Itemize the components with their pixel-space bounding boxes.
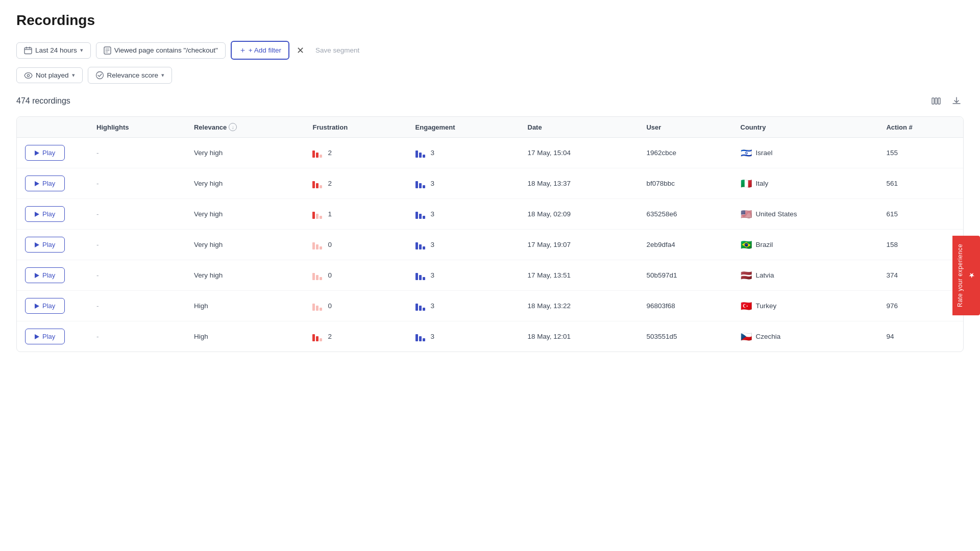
date-cell: 17 May, 13:51 [520, 260, 639, 291]
play-icon [35, 273, 39, 278]
table-row: Play - High 2 3 18 May, 12:01 503551d5 🇨… [17, 321, 963, 352]
date-cell: 18 May, 02:09 [520, 199, 639, 230]
play-cell: Play [17, 230, 88, 260]
time-range-filter[interactable]: Last 24 hours ▾ [16, 42, 91, 59]
play-label: Play [42, 149, 55, 157]
columns-button[interactable] [929, 94, 943, 108]
play-label: Play [42, 180, 55, 187]
country-cell: 🇺🇸 United States [732, 199, 878, 230]
user-cell: 1962cbce [638, 138, 732, 168]
flag-icon: 🇧🇷 [741, 240, 752, 249]
flag-icon: 🇨🇿 [741, 332, 752, 341]
play-cell: Play [17, 138, 88, 168]
svg-rect-8 [938, 98, 940, 104]
save-segment-label: Save segment [315, 46, 359, 54]
table-body: Play - Very high 2 3 17 May, 15:04 1962c… [17, 138, 963, 352]
country-name: Latvia [756, 271, 774, 279]
action-cell: 158 [878, 230, 963, 260]
page-container: Recordings Last 24 hours ▾ Viewed page c… [0, 0, 980, 364]
country-name: Brazil [756, 241, 773, 248]
play-icon [35, 212, 39, 217]
viewed-page-label: Viewed page contains "/checkout" [114, 46, 218, 54]
date-cell: 18 May, 12:01 [520, 321, 639, 352]
play-button[interactable]: Play [25, 176, 65, 191]
country-name: Turkey [756, 302, 777, 310]
th-play [17, 117, 88, 138]
recordings-table: Highlights Relevance ↓ Frustration Engag… [17, 117, 963, 352]
highlights-cell: - [88, 260, 186, 291]
add-filter-button[interactable]: ＋ + Add filter [231, 41, 289, 60]
highlights-cell: - [88, 291, 186, 321]
th-relevance: Relevance ↓ [186, 117, 305, 138]
play-button[interactable]: Play [25, 329, 65, 344]
play-button[interactable]: Play [25, 145, 65, 161]
engagement-count: 3 [431, 241, 435, 248]
engagement-cell: 3 [407, 199, 520, 230]
flag-icon: 🇮🇱 [741, 148, 752, 158]
rate-experience-sidebar[interactable]: Rate your experience ★ [952, 236, 980, 315]
play-button[interactable]: Play [25, 237, 65, 253]
relevance-score-filter[interactable]: Relevance score ▾ [88, 67, 173, 84]
th-frustration: Frustration [304, 117, 407, 138]
frustration-cell: 2 [304, 168, 407, 199]
action-cell: 374 [878, 260, 963, 291]
download-icon [951, 96, 962, 106]
filter-bar-row1: Last 24 hours ▾ Viewed page contains "/c… [16, 41, 964, 60]
play-cell: Play [17, 199, 88, 230]
country-cell: 🇱🇻 Latvia [732, 260, 878, 291]
play-button[interactable]: Play [25, 206, 65, 222]
relevance-info-icon[interactable]: ↓ [229, 123, 237, 131]
engagement-cell: 3 [407, 321, 520, 352]
recordings-table-container: Highlights Relevance ↓ Frustration Engag… [16, 116, 964, 352]
engagement-cell: 3 [407, 138, 520, 168]
action-cell: 976 [878, 291, 963, 321]
user-cell: 635258e6 [638, 199, 732, 230]
flag-icon: 🇺🇸 [741, 210, 752, 219]
engagement-count: 3 [431, 271, 435, 279]
frustration-count: 2 [328, 180, 332, 187]
svg-rect-6 [932, 98, 934, 104]
play-button[interactable]: Play [25, 267, 65, 283]
play-button[interactable]: Play [25, 298, 65, 314]
th-highlights: Highlights [88, 117, 186, 138]
play-label: Play [42, 241, 55, 248]
download-button[interactable] [949, 94, 964, 108]
frustration-cell: 2 [304, 138, 407, 168]
frustration-count: 2 [328, 333, 332, 340]
user-cell: 96803f68 [638, 291, 732, 321]
action-cell: 94 [878, 321, 963, 352]
date-cell: 18 May, 13:22 [520, 291, 639, 321]
svg-point-4 [27, 74, 29, 76]
frustration-count: 0 [328, 241, 332, 248]
flag-icon: 🇮🇹 [741, 179, 752, 188]
recordings-actions [929, 94, 964, 108]
relevance-cell: Very high [186, 138, 305, 168]
filter-bar-row2: Not played ▾ Relevance score ▾ [16, 67, 964, 84]
country-name: Czechia [756, 333, 781, 340]
play-label: Play [42, 210, 55, 218]
play-icon [35, 151, 39, 156]
frustration-cell: 0 [304, 291, 407, 321]
relevance-icon [95, 71, 104, 80]
table-row: Play - Very high 1 3 18 May, 02:09 63525… [17, 199, 963, 230]
table-header-row: Highlights Relevance ↓ Frustration Engag… [17, 117, 963, 138]
play-icon [35, 304, 39, 309]
highlights-cell: - [88, 168, 186, 199]
table-row: Play - Very high 0 3 17 May, 13:51 50b59… [17, 260, 963, 291]
clear-filters-button[interactable]: ✕ [295, 43, 306, 58]
engagement-count: 3 [431, 302, 435, 310]
play-label: Play [42, 271, 55, 279]
play-icon [35, 242, 39, 247]
frustration-count: 1 [328, 210, 332, 218]
user-cell: 50b597d1 [638, 260, 732, 291]
columns-icon [931, 96, 941, 106]
eye-icon [24, 72, 33, 79]
date-cell: 17 May, 15:04 [520, 138, 639, 168]
page-title: Recordings [16, 12, 964, 29]
viewed-page-filter[interactable]: Viewed page contains "/checkout" [96, 42, 226, 59]
save-segment-button[interactable]: Save segment [311, 44, 363, 56]
engagement-cell: 3 [407, 230, 520, 260]
not-played-filter[interactable]: Not played ▾ [16, 67, 83, 83]
svg-rect-2 [30, 46, 31, 48]
flag-icon: 🇱🇻 [741, 271, 752, 280]
